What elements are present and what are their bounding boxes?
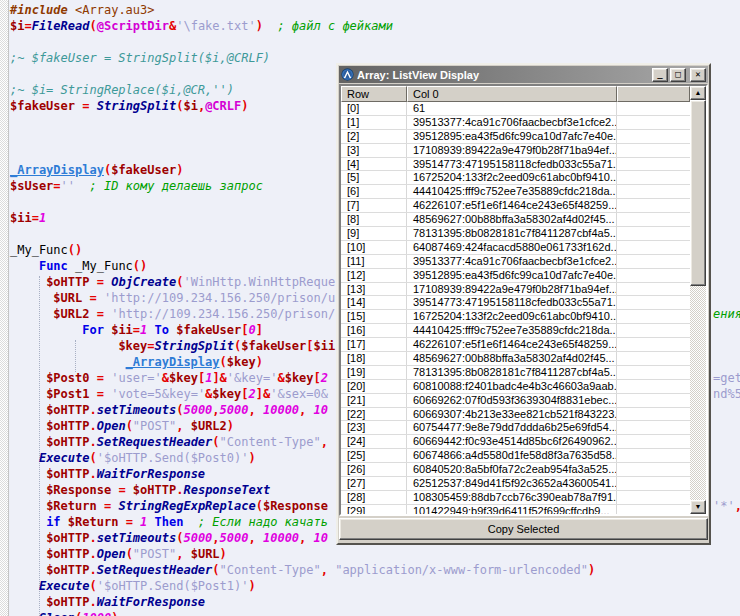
code-token: $fakeUser (10, 99, 75, 113)
scrollbar-track[interactable] (690, 286, 706, 500)
table-row[interactable]: [13]17108939:89422a9e479f0b28f71ba94ef..… (341, 283, 690, 297)
code-token: WaitForResponse (97, 595, 205, 609)
filler-cell (617, 213, 690, 226)
code-token: _ArrayDisplay (126, 355, 220, 369)
code-token (89, 275, 96, 289)
table-row[interactable]: [10]64087469:424facacd5880e061733f162d..… (341, 241, 690, 255)
row-index-cell: [25] (341, 449, 407, 462)
code-token: '\fake.txt' (176, 19, 255, 33)
code-token: "Content-Type" (220, 563, 321, 577)
row-index-cell: [24] (341, 435, 407, 448)
table-row[interactable]: [20]60810088:f2401badc4e4b3c46603a9aab..… (341, 380, 690, 394)
filler-cell (617, 338, 690, 351)
table-row[interactable]: [24]60669442:f0c93e4514d85bc6f26490962..… (341, 435, 690, 449)
table-row[interactable]: [1]39513377:4ca91c706faacbecbf3e1cfce2..… (341, 116, 690, 130)
code-token: 10000 (263, 403, 299, 417)
scroll-up-icon[interactable]: ▲ (690, 86, 706, 100)
row-index-cell: [9] (341, 227, 407, 240)
vertical-scrollbar[interactable]: ▲ ▼ (690, 86, 706, 514)
code-token: ( (212, 563, 219, 577)
code-token: StringRegExpReplace (118, 499, 255, 513)
code-token: . (89, 419, 96, 433)
listview-header: Row Col 0 (341, 86, 690, 102)
filler-cell (617, 324, 690, 337)
table-row[interactable]: [5]16725204:133f2c2eed09c61abc0bf9410... (341, 171, 690, 185)
code-token: = (24, 19, 31, 33)
code-token: & (220, 371, 227, 385)
code-token: $URL2 (191, 419, 227, 433)
table-row[interactable]: [0]61 (341, 102, 690, 116)
table-row[interactable]: [3]17108939:89422a9e479f0b28f71ba94ef... (341, 144, 690, 158)
table-row[interactable]: [15]16725204:133f2c2eed09c61abc0bf9410..… (341, 310, 690, 324)
code-token: $fakeUser (176, 323, 241, 337)
code-token: '' (61, 179, 75, 193)
close-button[interactable]: ✕ (690, 68, 706, 82)
table-row[interactable]: [29]101422949:b9f39d6411f52f699cffcdb9..… (341, 505, 690, 514)
code-token: SetRequestHeader (97, 563, 213, 577)
code-token (183, 419, 190, 433)
table-row[interactable]: [7]46226107:e5f1e6f1464ce243e65f48259... (341, 199, 690, 213)
code-token: ) (111, 611, 118, 616)
table-row[interactable]: [23]60754477:9e8e79dd7ddda6b25e69fd54... (341, 421, 690, 435)
scrollbar-thumb[interactable] (690, 100, 706, 286)
code-token: = (32, 211, 39, 225)
table-row[interactable]: [26]60840520:8a5bf0fa72c2eab954fa3a525..… (341, 463, 690, 477)
col0-value-cell: 48569627:00b88bffa3a58302af4d02f45... (407, 352, 617, 365)
scroll-down-icon[interactable]: ▼ (690, 500, 706, 514)
table-row[interactable]: [27]62512537:849d41f5f92c3652a43600541..… (341, 477, 690, 491)
table-row[interactable]: [21]60669262:07f0d593f3639304f8831ebec..… (341, 394, 690, 408)
scite-editor-screen: #include <Array.au3>$i=FileRead(@ScriptD… (0, 0, 740, 616)
col0-value-cell: 44410425:fff9c752ee7e35889cfdc218da... (407, 185, 617, 198)
code-token (10, 403, 46, 417)
row-index-cell: [8] (341, 213, 407, 226)
code-token: _ArrayDisplay (10, 163, 104, 177)
table-row[interactable]: [22]60669307:4b213e33ee821cb521f843223..… (341, 408, 690, 422)
code-token: ( (220, 355, 227, 369)
table-row[interactable]: [16]44410425:fff9c752ee7e35889cfdc218da.… (341, 324, 690, 338)
col0-value-cell: 62512537:849d41f5f92c3652a43600541... (407, 477, 617, 490)
code-token: $oHTTP (46, 531, 89, 545)
table-row[interactable]: [6]44410425:fff9c752ee7e35889cfdc218da..… (341, 185, 690, 199)
code-token (256, 403, 263, 417)
window-controls: _ □ ✕ (652, 68, 706, 82)
table-row[interactable]: [11]39513377:4ca91c706faacbecbf3e1cfce2.… (341, 255, 690, 269)
column-header-col0[interactable]: Col 0 (407, 86, 617, 102)
table-row[interactable]: [17]46226107:e5f1e6f1464ce243e65f48259..… (341, 338, 690, 352)
code-token: 10 (314, 403, 328, 417)
filler-cell (617, 283, 690, 296)
table-row[interactable]: [9]78131395:8b0828181c7f8411287cbf4a5... (341, 227, 690, 241)
code-token: WaitForResponse (97, 467, 205, 481)
code-token: FileRead (32, 19, 90, 33)
column-header-row[interactable]: Row (341, 86, 407, 102)
table-row[interactable]: [12]39512895:ea43f5d6fc99ca10d7afc7e40e.… (341, 269, 690, 283)
table-row[interactable]: [18]48569627:00b88bffa3a58302af4d02f45..… (341, 352, 690, 366)
code-token: '*' (713, 499, 735, 513)
code-token: StringSplit (97, 99, 176, 113)
table-row[interactable]: [28]108305459:88db7ccb76c390eab78a7f91..… (341, 491, 690, 505)
code-token: '$oHTTP.Send($Post1)' (97, 579, 249, 593)
row-index-cell: [2] (341, 130, 407, 143)
col0-value-cell: 16725204:133f2c2eed09c61abc0bf9410... (407, 310, 617, 323)
col0-value-cell: 48569627:00b88bffa3a58302af4d02f45... (407, 213, 617, 226)
table-row[interactable]: [25]60674866:a4d5580d1fe58d8f3a7635d58..… (341, 449, 690, 463)
code-token: = (97, 387, 104, 401)
code-token: , (212, 531, 219, 545)
code-token (263, 19, 277, 33)
table-row[interactable]: [19]78131395:8b0828181c7f8411287cbf4a5..… (341, 366, 690, 380)
filler-cell (617, 491, 690, 504)
col0-value-cell: 39514773:47195158118cfedb033c55a71... (407, 296, 617, 309)
table-row[interactable]: [8]48569627:00b88bffa3a58302af4d02f45... (341, 213, 690, 227)
code-token: 5000 (183, 403, 212, 417)
code-token: , (321, 435, 328, 449)
code-token: $Post0 (46, 371, 89, 385)
table-row[interactable]: [4]39514773:47195158118cfedb033c55a71... (341, 158, 690, 172)
code-token: $Response (263, 499, 328, 513)
code-line: #include <Array.au3> (10, 2, 595, 18)
listview[interactable]: Row Col 0 [0]61[1]39513377:4ca91c706faac… (339, 84, 708, 516)
copy-selected-button[interactable]: Copy Selected (339, 518, 708, 540)
table-row[interactable]: [14]39514773:47195158118cfedb033c55a71..… (341, 296, 690, 310)
minimize-button[interactable]: _ (652, 68, 668, 82)
table-row[interactable]: [2]39512895:ea43f5d6fc99ca10d7afc7e40e..… (341, 130, 690, 144)
dialog-titlebar[interactable]: Array: ListView Display _ □ ✕ (339, 66, 708, 83)
maximize-button[interactable]: □ (670, 68, 686, 82)
